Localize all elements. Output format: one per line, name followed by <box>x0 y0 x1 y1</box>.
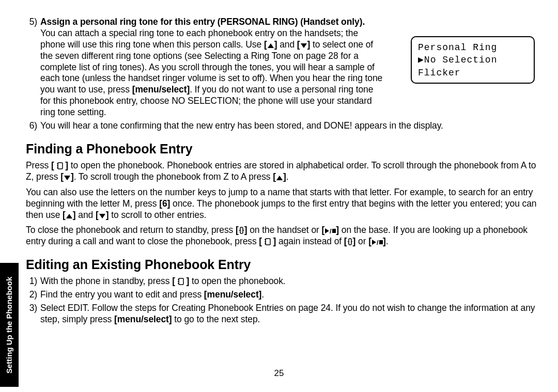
phonebook-icon <box>265 238 271 245</box>
up-arrow-icon <box>66 213 73 219</box>
page-number: 25 <box>274 368 284 379</box>
step-6-body: You will hear a tone confirming that the… <box>40 120 537 132</box>
finding-para-1: Press [ ] to open the phonebook. Phonebo… <box>26 160 537 183</box>
svg-marker-23 <box>372 240 376 245</box>
step-5-body: Assign a personal ring tone for this ent… <box>40 17 384 118</box>
svg-text:/: / <box>330 228 332 234</box>
up-arrow-icon <box>267 43 274 49</box>
edit-step-2: 2) Find the entry you want to edit and p… <box>26 289 537 301</box>
side-tab: Setting Up the Phonebook <box>0 263 19 387</box>
down-arrow-icon <box>64 175 71 181</box>
svg-text:/: / <box>377 239 379 245</box>
svg-marker-7 <box>276 176 283 180</box>
end-call-icon <box>347 238 353 245</box>
svg-rect-20 <box>349 239 351 245</box>
svg-marker-9 <box>99 214 105 218</box>
lcd-screen: Personal Ring ▶No Selection Flicker <box>411 36 535 84</box>
play-stop-icon: / <box>371 239 383 245</box>
step-6: 6) You will hear a tone confirming that … <box>26 120 537 132</box>
svg-marker-1 <box>301 43 307 48</box>
step-5-title: Assign a personal ring tone for this ent… <box>40 17 365 27</box>
step-6-num: 6) <box>26 120 40 132</box>
svg-rect-25 <box>379 240 383 244</box>
heading-finding: Finding a Phonebook Entry <box>26 141 537 157</box>
phonebook-icon <box>178 278 184 285</box>
svg-rect-26 <box>179 278 183 285</box>
finding-para-3: To close the phonebook and return to sta… <box>26 225 537 247</box>
svg-marker-8 <box>66 214 72 218</box>
svg-rect-10 <box>240 227 243 233</box>
heading-editing: Editing an Existing Phonebook Entry <box>26 257 537 273</box>
down-arrow-icon <box>300 43 307 49</box>
play-stop-icon: / <box>324 228 336 234</box>
svg-marker-0 <box>268 43 274 48</box>
end-call-icon <box>239 227 244 234</box>
phonebook-icon <box>57 162 63 169</box>
step-5-num: 5) <box>26 17 40 118</box>
down-arrow-icon <box>99 213 106 219</box>
svg-rect-16 <box>266 239 270 245</box>
lcd-line-1: Personal Ring <box>418 41 528 54</box>
side-tab-label: Setting Up the Phonebook <box>5 276 14 373</box>
svg-marker-13 <box>325 228 329 233</box>
lcd-line-2: ▶No Selection <box>418 54 528 66</box>
up-arrow-icon <box>276 175 283 181</box>
edit-step-3: 3) Select EDIT. Follow the steps for Cre… <box>26 303 537 325</box>
svg-rect-15 <box>332 229 336 233</box>
svg-marker-6 <box>64 176 70 180</box>
svg-rect-2 <box>58 163 63 169</box>
lcd-line-3: Flicker <box>418 67 528 79</box>
finding-para-2: You can also use the letters on the numb… <box>26 187 537 221</box>
edit-step-1: 1) With the phone in standby, press [ ] … <box>26 276 537 287</box>
